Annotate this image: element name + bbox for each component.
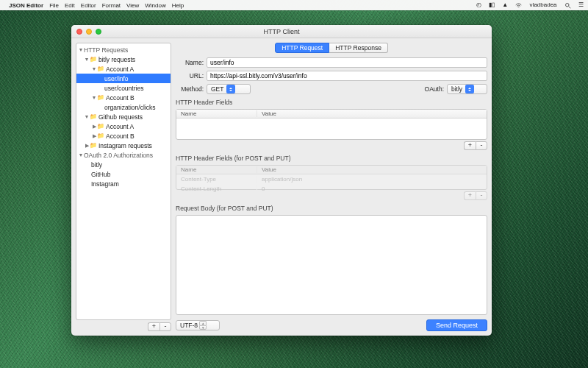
main-panel: HTTP Request HTTP Response Name: URL: Me… <box>176 43 487 331</box>
name-label: Name: <box>176 59 204 66</box>
airplay-icon[interactable]: ▲ <box>502 1 508 8</box>
post-headers-col-name: Name <box>176 166 257 173</box>
method-select[interactable]: GET <box>207 84 251 94</box>
tree-item-oauth-bitly[interactable]: bitly <box>76 160 171 169</box>
tab-http-response[interactable]: HTTP Response <box>329 43 388 53</box>
sidebar: ▼HTTP Requests ▼📁bitly requests ▼📁Accoun… <box>76 43 171 331</box>
tab-http-request[interactable]: HTTP Request <box>275 43 329 53</box>
chevron-updown-icon <box>226 85 235 93</box>
control-center-icon[interactable]: ☰ <box>578 1 584 8</box>
tree-folder-instagram[interactable]: ▶📁Instagram requests <box>76 141 171 150</box>
menu-format[interactable]: Format <box>102 2 121 9</box>
name-input[interactable] <box>207 57 487 68</box>
method-label: Method: <box>176 85 204 93</box>
headers-remove-button[interactable]: - <box>476 141 487 150</box>
tree-folder-account-b-bitly[interactable]: ▼📁Account B <box>76 93 171 102</box>
tree-item-user-info[interactable]: user/info <box>76 74 171 83</box>
chevron-updown-icon <box>465 85 474 93</box>
sidebar-tree[interactable]: ▼HTTP Requests ▼📁bitly requests ▼📁Accoun… <box>76 43 171 320</box>
window-title: HTTP Client <box>71 28 492 35</box>
post-headers-section-label: HTTP Header Fields (for POST and PUT) <box>176 155 487 162</box>
headers-col-name: Name <box>176 110 257 117</box>
svg-line-1 <box>569 7 570 8</box>
tree-item-org-clicks[interactable]: organization/clicks <box>76 102 171 112</box>
tree-item-oauth-instagram[interactable]: Instagram <box>76 179 171 188</box>
menu-window[interactable]: Window <box>145 2 165 9</box>
body-section-label: Request Body (for POST and PUT) <box>176 205 487 212</box>
menubar-right: ◴ ▮▯ ▲ vladbadea ☰ <box>470 1 584 8</box>
wifi-icon[interactable] <box>515 1 522 8</box>
menu-edit[interactable]: Edit <box>65 2 75 9</box>
post-headers-remove-button: - <box>476 191 487 200</box>
battery-icon[interactable]: ▮▯ <box>489 1 495 8</box>
headers-col-value: Value <box>257 110 487 117</box>
svg-point-0 <box>565 3 569 7</box>
headers-table[interactable]: NameValue <box>176 109 487 140</box>
tree-item-oauth-github[interactable]: GitHub <box>76 169 171 179</box>
headers-add-button[interactable]: + <box>464 141 476 150</box>
request-body-textarea[interactable] <box>176 215 487 315</box>
macos-menubar: JSON Editor File Edit Editor Format View… <box>0 0 588 10</box>
table-row: Content-Type application/json <box>176 174 487 184</box>
tree-item-user-countries[interactable]: user/countries <box>76 83 171 93</box>
menu-editor[interactable]: Editor <box>81 2 96 9</box>
oauth-select[interactable]: bitly <box>447 84 487 94</box>
oauth-label: OAuth: <box>425 85 444 93</box>
post-headers-add-button: + <box>464 191 476 200</box>
tree-folder-github[interactable]: ▼📁Github requests <box>76 112 171 121</box>
http-client-window: HTTP Client ▼HTTP Requests ▼📁bitly reque… <box>71 25 492 336</box>
tree-group-http-requests[interactable]: ▼HTTP Requests <box>76 45 171 54</box>
headers-section-label: HTTP Header Fields <box>176 99 487 106</box>
send-request-button[interactable]: Send Request <box>426 319 487 331</box>
menu-view[interactable]: View <box>126 2 139 9</box>
menu-file[interactable]: File <box>49 2 59 9</box>
tree-folder-account-a-bitly[interactable]: ▼📁Account A <box>76 64 171 74</box>
spotlight-icon[interactable] <box>564 1 571 8</box>
url-input[interactable] <box>207 71 487 81</box>
sidebar-add-button[interactable]: + <box>148 322 159 331</box>
request-response-tabs: HTTP Request HTTP Response <box>176 43 487 53</box>
menu-app[interactable]: JSON Editor <box>9 2 43 9</box>
encoding-select[interactable]: UTF-8 ▴▾ <box>176 320 220 330</box>
url-label: URL: <box>176 72 204 79</box>
tree-folder-account-a-github[interactable]: ▶📁Account A <box>76 121 171 131</box>
menu-help[interactable]: Help <box>172 2 184 9</box>
stepper-icon: ▴▾ <box>199 321 207 330</box>
window-titlebar[interactable]: HTTP Client <box>71 25 492 38</box>
tree-folder-bitly[interactable]: ▼📁bitly requests <box>76 54 171 64</box>
tree-folder-account-b-github[interactable]: ▶📁Account B <box>76 131 171 141</box>
sidebar-remove-button[interactable]: - <box>159 322 171 331</box>
tree-group-oauth[interactable]: ▼OAuth 2.0 Authorizations <box>76 150 171 160</box>
post-headers-table: NameValue Content-Type application/json … <box>176 165 487 190</box>
menubar-user[interactable]: vladbadea <box>530 1 557 8</box>
post-headers-col-value: Value <box>257 166 487 173</box>
clock-icon[interactable]: ◴ <box>476 1 481 8</box>
